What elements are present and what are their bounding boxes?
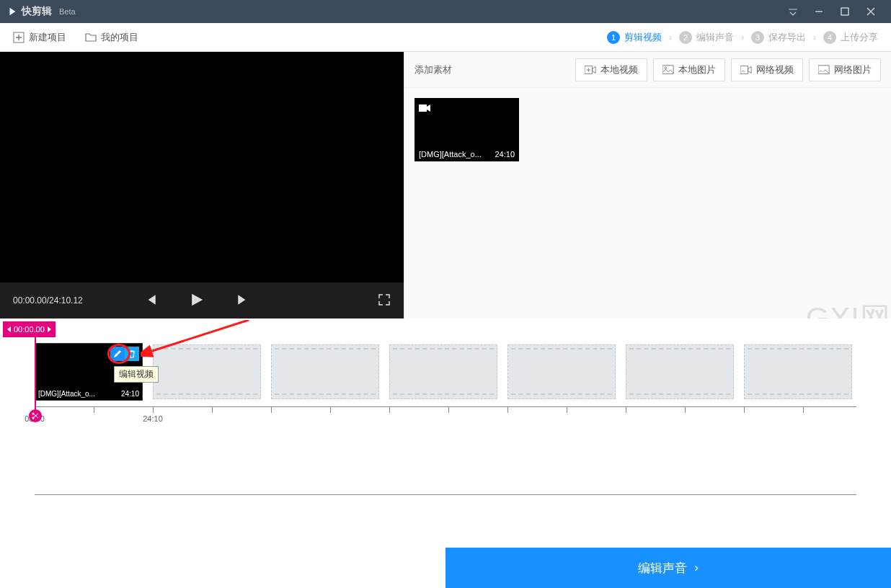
video-track: [DMG][Attack_o... 24:10 编辑视频: [0, 342, 891, 402]
close-button[interactable]: [858, 0, 884, 23]
player-controls: 00:00.00/24:10.12: [0, 282, 404, 318]
empty-slot[interactable]: [153, 344, 261, 399]
step-edit-video[interactable]: 1 剪辑视频: [607, 31, 662, 44]
my-projects-button[interactable]: 我的项目: [85, 31, 138, 44]
empty-slot[interactable]: [389, 344, 497, 399]
add-local-image-button[interactable]: 本地图片: [653, 58, 725, 81]
time-ruler[interactable]: 00:00 24:10: [35, 406, 856, 422]
assets-panel: 添加素材 本地视频 本地图片 网络视频 网络图片 [DMG][: [404, 52, 891, 318]
split-button[interactable]: [29, 409, 42, 422]
image-icon: [662, 65, 674, 75]
chevron-right-icon: ›: [813, 32, 816, 43]
empty-slot[interactable]: [626, 344, 734, 399]
workflow-steps: 1 剪辑视频 › 2 编辑声音 › 3 保存导出 › 4 上传分享: [607, 31, 878, 44]
next-button[interactable]: [236, 293, 249, 308]
svg-rect-5: [740, 66, 748, 74]
playhead-time-badge[interactable]: 00:00.00: [3, 321, 56, 337]
audio-track: [0, 429, 891, 490]
video-canvas[interactable]: [0, 52, 404, 282]
clip-name: [DMG][Attack_o...: [419, 150, 482, 159]
empty-slot[interactable]: [271, 344, 379, 399]
assets-title: 添加素材: [415, 63, 452, 76]
new-project-button[interactable]: 新建项目: [13, 31, 66, 44]
step-export[interactable]: 3 保存导出: [751, 31, 806, 44]
nudge-right-icon[interactable]: [48, 326, 51, 332]
time-display: 00:00.00/24:10.12: [13, 295, 136, 306]
timeline-clip-duration: 24:10: [121, 390, 139, 398]
video-player: 00:00.00/24:10.12: [0, 52, 404, 318]
add-web-video-button[interactable]: 网络视频: [731, 58, 803, 81]
fullscreen-button[interactable]: [378, 293, 391, 308]
svg-rect-7: [419, 104, 427, 112]
app-logo: 快剪辑 Beta: [7, 5, 76, 18]
play-logo-icon: [7, 6, 17, 17]
step-upload[interactable]: 4 上传分享: [823, 31, 878, 44]
edit-tooltip: 编辑视频: [114, 366, 159, 383]
minimize-button[interactable]: [806, 0, 832, 23]
nudge-left-icon[interactable]: [7, 326, 11, 332]
clip-duration: 24:10: [495, 150, 515, 159]
titlebar: 快剪辑 Beta: [0, 0, 891, 23]
timeline: 00:00.00 [DMG][Attack_o... 24:10 编辑视频: [0, 318, 891, 497]
step-edit-audio[interactable]: 2 编辑声音: [679, 31, 734, 44]
menu-dropdown-button[interactable]: [780, 0, 806, 23]
svg-rect-0: [841, 8, 848, 15]
plus-box-icon: [13, 32, 25, 43]
chevron-right-icon: ›: [741, 32, 744, 43]
asset-clip[interactable]: [DMG][Attack_o... 24:10: [415, 98, 519, 161]
edit-clip-button[interactable]: [110, 347, 125, 361]
web-video-icon: [740, 65, 752, 75]
web-image-icon: [818, 65, 830, 75]
delete-clip-button[interactable]: [125, 347, 139, 361]
svg-rect-3: [662, 65, 673, 74]
app-name: 快剪辑: [22, 5, 52, 18]
video-icon: [585, 65, 596, 75]
add-local-video-button[interactable]: 本地视频: [575, 58, 647, 81]
playhead-line[interactable]: [35, 336, 36, 412]
bottom-bar: 编辑声音 ›: [0, 548, 891, 588]
camera-icon: [419, 102, 430, 115]
play-button[interactable]: [189, 292, 205, 310]
toolbar: 新建项目 我的项目 1 剪辑视频 › 2 编辑声音 › 3 保存导出 › 4 上…: [0, 23, 891, 52]
folder-icon: [85, 32, 97, 43]
time-ruler-2[interactable]: [35, 494, 856, 497]
chevron-right-icon: ›: [669, 32, 672, 43]
next-step-button[interactable]: 编辑声音 ›: [446, 548, 891, 588]
chevron-right-icon: ›: [694, 561, 699, 575]
timeline-clip-name: [DMG][Attack_o...: [38, 390, 95, 398]
empty-slot[interactable]: [507, 344, 616, 399]
maximize-button[interactable]: [832, 0, 858, 23]
svg-point-4: [665, 67, 667, 69]
add-web-image-button[interactable]: 网络图片: [809, 58, 881, 81]
beta-label: Beta: [59, 7, 76, 16]
empty-slot[interactable]: [744, 344, 852, 399]
prev-button[interactable]: [144, 293, 157, 308]
